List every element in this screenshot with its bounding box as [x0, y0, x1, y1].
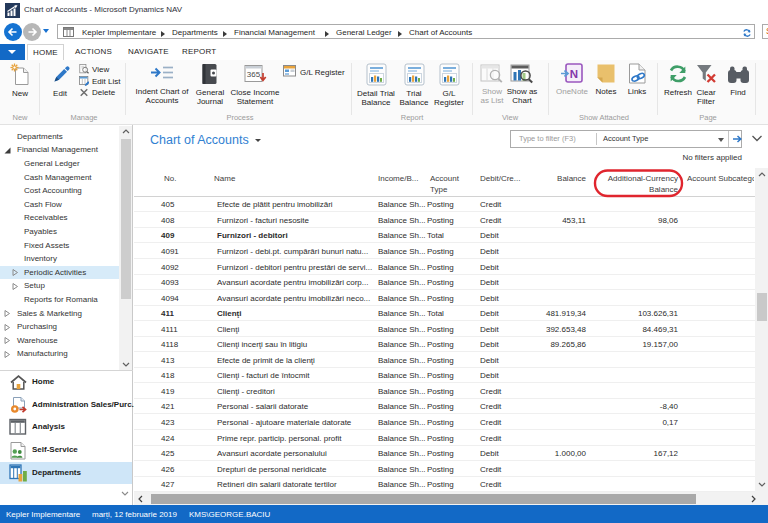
svg-text:N: N	[570, 68, 578, 80]
svg-text:365: 365	[246, 70, 260, 79]
